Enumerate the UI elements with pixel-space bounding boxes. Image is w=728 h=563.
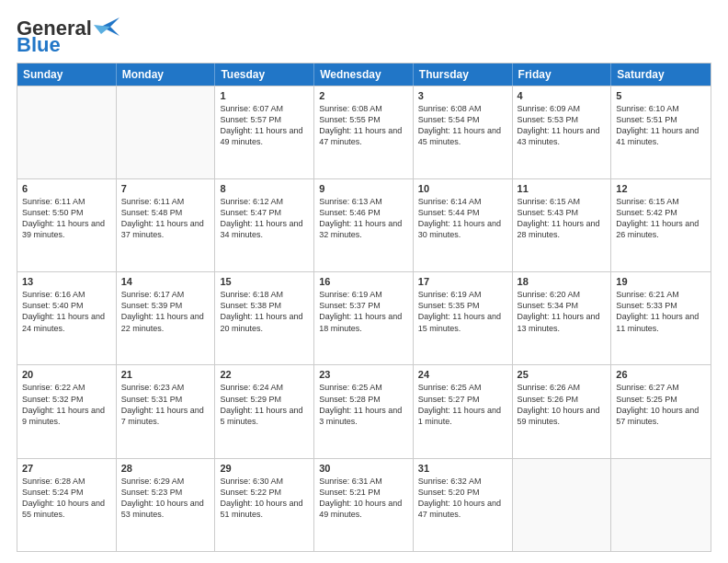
calendar-cell-29: 29Sunrise: 6:30 AMSunset: 5:22 PMDayligh… bbox=[215, 459, 314, 551]
calendar-cell-empty-4-5 bbox=[513, 459, 612, 551]
weekday-header-monday: Monday bbox=[117, 63, 216, 86]
cell-info: Sunrise: 6:22 AMSunset: 5:32 PMDaylight:… bbox=[22, 382, 111, 427]
day-number: 6 bbox=[22, 183, 111, 194]
calendar-cell-10: 10Sunrise: 6:14 AMSunset: 5:44 PMDayligh… bbox=[414, 179, 513, 271]
calendar-row-0: 1Sunrise: 6:07 AMSunset: 5:57 PMDaylight… bbox=[17, 86, 711, 178]
logo-blue: Blue bbox=[17, 37, 61, 53]
day-number: 20 bbox=[22, 369, 111, 380]
cell-info: Sunrise: 6:28 AMSunset: 5:24 PMDaylight:… bbox=[22, 476, 111, 521]
page: General Blue SundayMondayTuesdayWednesda… bbox=[0, 0, 728, 563]
weekday-header-thursday: Thursday bbox=[414, 63, 513, 86]
cell-info: Sunrise: 6:16 AMSunset: 5:40 PMDaylight:… bbox=[22, 289, 111, 334]
calendar-cell-5: 5Sunrise: 6:10 AMSunset: 5:51 PMDaylight… bbox=[611, 86, 711, 178]
cell-info: Sunrise: 6:15 AMSunset: 5:43 PMDaylight:… bbox=[518, 196, 607, 241]
cell-info: Sunrise: 6:23 AMSunset: 5:31 PMDaylight:… bbox=[121, 382, 210, 427]
calendar-cell-15: 15Sunrise: 6:18 AMSunset: 5:38 PMDayligh… bbox=[215, 272, 314, 364]
day-number: 21 bbox=[121, 369, 210, 380]
calendar: SundayMondayTuesdayWednesdayThursdayFrid… bbox=[17, 63, 711, 552]
calendar-cell-4: 4Sunrise: 6:09 AMSunset: 5:53 PMDaylight… bbox=[513, 86, 612, 178]
calendar-row-4: 27Sunrise: 6:28 AMSunset: 5:24 PMDayligh… bbox=[17, 458, 711, 551]
calendar-cell-12: 12Sunrise: 6:15 AMSunset: 5:42 PMDayligh… bbox=[611, 179, 711, 271]
day-number: 19 bbox=[616, 276, 706, 287]
cell-info: Sunrise: 6:08 AMSunset: 5:55 PMDaylight:… bbox=[319, 103, 408, 148]
calendar-cell-20: 20Sunrise: 6:22 AMSunset: 5:32 PMDayligh… bbox=[17, 365, 117, 457]
day-number: 8 bbox=[220, 183, 309, 194]
day-number: 26 bbox=[616, 369, 706, 380]
day-number: 17 bbox=[418, 276, 507, 287]
calendar-row-3: 20Sunrise: 6:22 AMSunset: 5:32 PMDayligh… bbox=[17, 364, 711, 457]
calendar-cell-14: 14Sunrise: 6:17 AMSunset: 5:39 PMDayligh… bbox=[117, 272, 216, 364]
day-number: 29 bbox=[220, 463, 309, 474]
cell-info: Sunrise: 6:26 AMSunset: 5:26 PMDaylight:… bbox=[518, 382, 607, 427]
day-number: 25 bbox=[518, 369, 607, 380]
logo: General Blue bbox=[17, 17, 119, 53]
calendar-cell-9: 9Sunrise: 6:13 AMSunset: 5:46 PMDaylight… bbox=[314, 179, 414, 271]
day-number: 2 bbox=[319, 90, 408, 101]
calendar-cell-19: 19Sunrise: 6:21 AMSunset: 5:33 PMDayligh… bbox=[611, 272, 711, 364]
cell-info: Sunrise: 6:19 AMSunset: 5:35 PMDaylight:… bbox=[418, 289, 507, 334]
cell-info: Sunrise: 6:13 AMSunset: 5:46 PMDaylight:… bbox=[319, 196, 408, 241]
calendar-cell-8: 8Sunrise: 6:12 AMSunset: 5:47 PMDaylight… bbox=[215, 179, 314, 271]
weekday-header-friday: Friday bbox=[513, 63, 612, 86]
day-number: 13 bbox=[22, 276, 111, 287]
cell-info: Sunrise: 6:25 AMSunset: 5:28 PMDaylight:… bbox=[319, 382, 408, 427]
calendar-row-1: 6Sunrise: 6:11 AMSunset: 5:50 PMDaylight… bbox=[17, 178, 711, 271]
calendar-cell-empty-4-6 bbox=[611, 459, 711, 551]
calendar-cell-24: 24Sunrise: 6:25 AMSunset: 5:27 PMDayligh… bbox=[414, 365, 513, 457]
day-number: 28 bbox=[121, 463, 210, 474]
cell-info: Sunrise: 6:10 AMSunset: 5:51 PMDaylight:… bbox=[616, 103, 706, 148]
calendar-cell-26: 26Sunrise: 6:27 AMSunset: 5:25 PMDayligh… bbox=[611, 365, 711, 457]
day-number: 15 bbox=[220, 276, 309, 287]
day-number: 14 bbox=[121, 276, 210, 287]
day-number: 1 bbox=[220, 90, 309, 101]
day-number: 12 bbox=[616, 183, 706, 194]
day-number: 3 bbox=[418, 90, 507, 101]
day-number: 10 bbox=[418, 183, 507, 194]
calendar-cell-27: 27Sunrise: 6:28 AMSunset: 5:24 PMDayligh… bbox=[17, 459, 117, 551]
cell-info: Sunrise: 6:21 AMSunset: 5:33 PMDaylight:… bbox=[616, 289, 706, 334]
day-number: 16 bbox=[319, 276, 408, 287]
day-number: 23 bbox=[319, 369, 408, 380]
cell-info: Sunrise: 6:11 AMSunset: 5:48 PMDaylight:… bbox=[121, 196, 210, 241]
calendar-cell-22: 22Sunrise: 6:24 AMSunset: 5:29 PMDayligh… bbox=[215, 365, 314, 457]
calendar-cell-17: 17Sunrise: 6:19 AMSunset: 5:35 PMDayligh… bbox=[414, 272, 513, 364]
day-number: 27 bbox=[22, 463, 111, 474]
day-number: 11 bbox=[518, 183, 607, 194]
header: General Blue bbox=[17, 17, 711, 53]
calendar-cell-21: 21Sunrise: 6:23 AMSunset: 5:31 PMDayligh… bbox=[117, 365, 216, 457]
cell-info: Sunrise: 6:18 AMSunset: 5:38 PMDaylight:… bbox=[220, 289, 309, 334]
cell-info: Sunrise: 6:30 AMSunset: 5:22 PMDaylight:… bbox=[220, 476, 309, 521]
calendar-cell-6: 6Sunrise: 6:11 AMSunset: 5:50 PMDaylight… bbox=[17, 179, 117, 271]
calendar-cell-30: 30Sunrise: 6:31 AMSunset: 5:21 PMDayligh… bbox=[314, 459, 414, 551]
weekday-header-saturday: Saturday bbox=[611, 63, 711, 86]
cell-info: Sunrise: 6:24 AMSunset: 5:29 PMDaylight:… bbox=[220, 382, 309, 427]
cell-info: Sunrise: 6:17 AMSunset: 5:39 PMDaylight:… bbox=[121, 289, 210, 334]
calendar-cell-7: 7Sunrise: 6:11 AMSunset: 5:48 PMDaylight… bbox=[117, 179, 216, 271]
calendar-row-2: 13Sunrise: 6:16 AMSunset: 5:40 PMDayligh… bbox=[17, 271, 711, 364]
cell-info: Sunrise: 6:08 AMSunset: 5:54 PMDaylight:… bbox=[418, 103, 507, 148]
cell-info: Sunrise: 6:15 AMSunset: 5:42 PMDaylight:… bbox=[616, 196, 706, 241]
day-number: 5 bbox=[616, 90, 706, 101]
calendar-cell-23: 23Sunrise: 6:25 AMSunset: 5:28 PMDayligh… bbox=[314, 365, 414, 457]
day-number: 24 bbox=[418, 369, 507, 380]
cell-info: Sunrise: 6:14 AMSunset: 5:44 PMDaylight:… bbox=[418, 196, 507, 241]
day-number: 31 bbox=[418, 463, 507, 474]
calendar-cell-11: 11Sunrise: 6:15 AMSunset: 5:43 PMDayligh… bbox=[513, 179, 612, 271]
calendar-body: 1Sunrise: 6:07 AMSunset: 5:57 PMDaylight… bbox=[17, 86, 711, 551]
cell-info: Sunrise: 6:09 AMSunset: 5:53 PMDaylight:… bbox=[518, 103, 607, 148]
cell-info: Sunrise: 6:12 AMSunset: 5:47 PMDaylight:… bbox=[220, 196, 309, 241]
cell-info: Sunrise: 6:31 AMSunset: 5:21 PMDaylight:… bbox=[319, 476, 408, 521]
weekday-header-wednesday: Wednesday bbox=[314, 63, 414, 86]
day-number: 18 bbox=[518, 276, 607, 287]
cell-info: Sunrise: 6:11 AMSunset: 5:50 PMDaylight:… bbox=[22, 196, 111, 241]
calendar-cell-13: 13Sunrise: 6:16 AMSunset: 5:40 PMDayligh… bbox=[17, 272, 117, 364]
cell-info: Sunrise: 6:25 AMSunset: 5:27 PMDaylight:… bbox=[418, 382, 507, 427]
calendar-header: SundayMondayTuesdayWednesdayThursdayFrid… bbox=[17, 63, 711, 86]
day-number: 4 bbox=[518, 90, 607, 101]
calendar-cell-28: 28Sunrise: 6:29 AMSunset: 5:23 PMDayligh… bbox=[117, 459, 216, 551]
day-number: 22 bbox=[220, 369, 309, 380]
day-number: 7 bbox=[121, 183, 210, 194]
cell-info: Sunrise: 6:19 AMSunset: 5:37 PMDaylight:… bbox=[319, 289, 408, 334]
cell-info: Sunrise: 6:32 AMSunset: 5:20 PMDaylight:… bbox=[418, 476, 507, 521]
calendar-cell-18: 18Sunrise: 6:20 AMSunset: 5:34 PMDayligh… bbox=[513, 272, 612, 364]
